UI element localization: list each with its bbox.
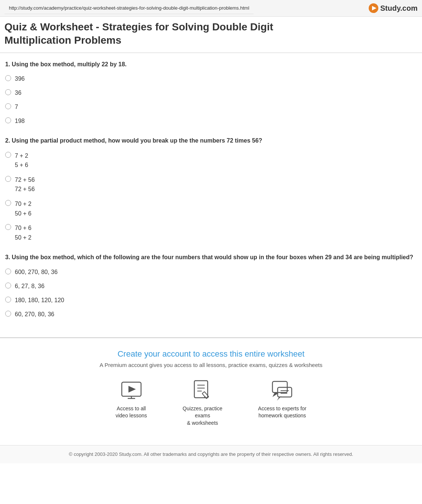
- svg-rect-6: [194, 381, 208, 398]
- page-title: Quiz & Worksheet - Strategies for Solvin…: [4, 20, 338, 51]
- question-3-text: 3. Using the box method, which of the fo…: [5, 253, 417, 261]
- logo-icon: [368, 3, 379, 13]
- footer: © copyright 2003-2020 Study.com. All oth…: [0, 445, 422, 463]
- feature-quizzes-label: Quizzes, practice exams& worksheets: [177, 405, 228, 427]
- logo-text: Study.com: [380, 4, 418, 13]
- q2b-line1: 72 + 56: [15, 177, 35, 183]
- question-1-option-a[interactable]: 396: [5, 74, 417, 83]
- answer-q2b-text: 72 + 56 72 + 56: [15, 175, 35, 194]
- question-3-option-b[interactable]: 6, 27, 8, 36: [5, 282, 417, 291]
- question-2-option-b[interactable]: 72 + 56 72 + 56: [5, 175, 417, 194]
- premium-subtitle: A Premium account gives you access to al…: [7, 362, 415, 368]
- question-2-block: 2. Using the partial product method, how…: [5, 137, 417, 242]
- q2a-line1: 7 + 2: [15, 153, 28, 159]
- question-3-option-d[interactable]: 60, 270, 80, 36: [5, 310, 417, 319]
- question-2-text: 2. Using the partial product method, how…: [5, 137, 417, 145]
- radio-q3a[interactable]: [5, 268, 11, 274]
- footer-text: © copyright 2003-2020 Study.com. All oth…: [69, 451, 353, 457]
- radio-q3b[interactable]: [5, 283, 11, 288]
- feature-experts-label: Access to experts forhomework questions: [258, 405, 307, 420]
- feature-experts: Access to experts forhomework questions: [258, 379, 307, 427]
- radio-q2a[interactable]: [5, 152, 11, 158]
- question-1-block: 1. Using the box method, multiply 22 by …: [5, 60, 417, 126]
- radio-q1d[interactable]: [5, 117, 11, 123]
- answer-q1a-text: 396: [15, 74, 25, 83]
- question-3-block: 3. Using the box method, which of the fo…: [5, 253, 417, 318]
- q2d-line2: 50 + 2: [15, 234, 31, 241]
- radio-q1c[interactable]: [5, 103, 11, 109]
- radio-q3c[interactable]: [5, 297, 11, 303]
- q2b-line2: 72 + 56: [15, 186, 35, 192]
- question-1-option-d[interactable]: 198: [5, 117, 417, 126]
- video-lessons-icon: [120, 379, 143, 401]
- q2c-line1: 70 + 2: [15, 201, 31, 207]
- radio-q1b[interactable]: [5, 89, 11, 95]
- answer-q1b-text: 36: [15, 89, 21, 97]
- radio-q2d[interactable]: [5, 224, 11, 230]
- quizzes-icon: [191, 379, 214, 401]
- q2c-line2: 50 + 6: [15, 210, 31, 217]
- answer-q3a-text: 600, 270, 80, 36: [15, 268, 58, 277]
- answer-q1c-text: 7: [15, 103, 18, 111]
- question-1-option-c[interactable]: 7: [5, 103, 417, 111]
- url-display: http://study.com/academy/practice/quiz-w…: [4, 2, 254, 14]
- question-1-option-b[interactable]: 36: [5, 89, 417, 97]
- radio-q2c[interactable]: [5, 200, 11, 206]
- answer-q2d-text: 70 + 6 50 + 2: [15, 223, 31, 242]
- main-content: 1. Using the box method, multiply 22 by …: [0, 53, 422, 337]
- question-3-option-a[interactable]: 600, 270, 80, 36: [5, 268, 417, 277]
- answer-q2c-text: 70 + 2 50 + 6: [15, 199, 31, 218]
- question-3-option-c[interactable]: 180, 180, 120, 120: [5, 296, 417, 305]
- header-area: Quiz & Worksheet - Strategies for Solvin…: [0, 17, 422, 53]
- answer-q3b-text: 6, 27, 8, 36: [15, 282, 44, 291]
- radio-q1a[interactable]: [5, 75, 11, 81]
- radio-q3d[interactable]: [5, 311, 11, 317]
- features-row: Access to allvideo lessons Quizzes, prac…: [7, 379, 415, 427]
- answer-q3c-text: 180, 180, 120, 120: [15, 296, 64, 305]
- answer-q1d-text: 198: [15, 117, 25, 126]
- premium-title: Create your account to access this entir…: [7, 349, 415, 359]
- q2d-line1: 70 + 6: [15, 225, 31, 231]
- question-2-option-a[interactable]: 7 + 2 5 + 6: [5, 151, 417, 170]
- experts-icon: [271, 379, 293, 401]
- feature-video-label: Access to allvideo lessons: [115, 405, 147, 420]
- study-logo: Study.com: [368, 3, 418, 13]
- feature-quizzes: Quizzes, practice exams& worksheets: [177, 379, 228, 427]
- answer-q2a-text: 7 + 2 5 + 6: [15, 151, 28, 170]
- question-1-text: 1. Using the box method, multiply 22 by …: [5, 60, 417, 69]
- question-2-option-c[interactable]: 70 + 2 50 + 6: [5, 199, 417, 218]
- question-2-option-d[interactable]: 70 + 6 50 + 2: [5, 223, 417, 242]
- svg-marker-3: [128, 386, 136, 393]
- answer-q3d-text: 60, 270, 80, 36: [15, 310, 54, 319]
- premium-section: Create your account to access this entir…: [0, 338, 422, 445]
- feature-video: Access to allvideo lessons: [115, 379, 147, 427]
- radio-q2b[interactable]: [5, 176, 11, 182]
- q2a-line2: 5 + 6: [15, 162, 28, 168]
- top-bar: http://study.com/academy/practice/quiz-w…: [0, 0, 422, 17]
